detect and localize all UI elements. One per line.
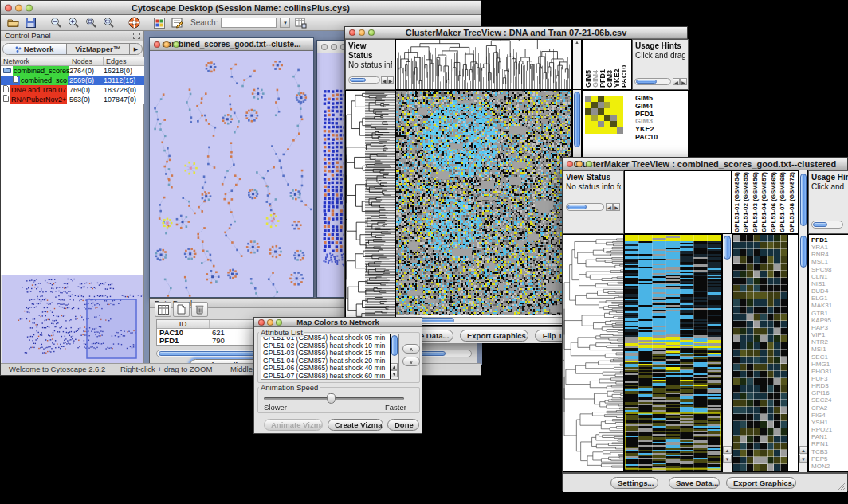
view-status-scrollbar[interactable] <box>348 76 380 84</box>
treeview1-titlebar[interactable]: ClusterMaker TreeView : DNA and Tran 07-… <box>345 27 687 39</box>
network-window1-titlebar[interactable]: combined_scores_good.txt--cluste... <box>150 38 313 51</box>
scroll-right-button[interactable]: ▶ <box>680 78 687 85</box>
scroll-down-button[interactable]: ▼ <box>723 455 732 463</box>
row-dendrogram-pane[interactable] <box>345 90 395 326</box>
gene-label[interactable]: KAP95 <box>811 317 848 324</box>
column-dendrogram-pane[interactable] <box>395 39 572 90</box>
gene-label[interactable]: PEP5 <box>811 455 848 463</box>
tab-network[interactable]: Network <box>3 44 67 54</box>
gene-label[interactable]: BUD4 <box>811 287 848 295</box>
gene-label[interactable]: VIP1 <box>811 331 848 338</box>
new-attribute-button[interactable] <box>173 302 190 317</box>
gene-label[interactable]: PUF3 <box>811 375 848 382</box>
zoom-button[interactable] <box>26 4 33 11</box>
gene-label[interactable]: YSH1 <box>811 419 848 426</box>
animate-vizmap-button[interactable]: Animate Vizmap <box>264 419 323 431</box>
minimize-button[interactable] <box>15 4 22 11</box>
float-panel-icon[interactable] <box>133 33 140 39</box>
save-data-button[interactable]: Save Data... <box>669 477 720 489</box>
gene-label[interactable]: HMG1 <box>811 361 848 368</box>
scroll-left-button[interactable]: ◀ <box>606 203 613 211</box>
done-button[interactable]: Done <box>387 419 419 431</box>
scrollbar-thumb[interactable] <box>724 236 731 260</box>
treeview2-titlebar[interactable]: ClusterMaker TreeView : combined_scores_… <box>563 158 847 170</box>
vizmapper-icon[interactable] <box>152 17 167 29</box>
network-table-row[interactable]: DNA and Tran 07769(0)183728(0) <box>1 85 144 95</box>
zoom-out-button[interactable] <box>49 17 63 29</box>
delete-attribute-trash-button[interactable] <box>191 302 208 317</box>
gene-label[interactable]: TCB3 <box>811 448 848 455</box>
dendrogram-scroll-gutter[interactable]: ▲ <box>572 39 582 90</box>
annotation-icon[interactable] <box>170 17 184 29</box>
gene-label[interactable]: SEC1 <box>811 354 848 361</box>
close-button[interactable] <box>258 319 265 326</box>
move-attribute-up-button[interactable]: ∧ <box>402 344 420 354</box>
network-table-row[interactable]: combined_scores2764(0)16218(0) <box>1 66 144 76</box>
move-attribute-down-button[interactable]: ∨ <box>402 357 420 366</box>
close-button[interactable] <box>349 29 355 36</box>
search-input[interactable] <box>221 18 277 28</box>
gene-label[interactable]: RPN1 <box>811 440 848 447</box>
gene-label[interactable]: PFD1 <box>811 236 848 244</box>
network-table-row[interactable]: RNAPuberNov2+563(0)107847(0) <box>1 95 144 104</box>
animation-speed-slider[interactable] <box>264 397 404 400</box>
help-lifering-icon[interactable] <box>127 17 141 29</box>
scroll-right-button[interactable]: ▶ <box>387 76 394 84</box>
gene-label[interactable]: GPI16 <box>811 389 848 397</box>
search-dropdown-button[interactable]: ▼ <box>280 18 290 28</box>
zoom-fit-button[interactable] <box>101 17 116 29</box>
minimize-button[interactable] <box>576 161 583 167</box>
minimize-button[interactable] <box>331 44 337 50</box>
gene-label[interactable]: PHO81 <box>811 368 848 375</box>
scrollbar-thumb[interactable] <box>800 236 807 268</box>
scrollbar-thumb[interactable] <box>391 335 398 356</box>
scroll-left-button[interactable]: ◀ <box>381 76 387 84</box>
main-window-titlebar[interactable]: Cytoscape Desktop (Session Name: collins… <box>1 1 481 15</box>
scroll-left-button[interactable]: ◀ <box>673 78 680 85</box>
scroll-down-button[interactable]: ▼ <box>799 455 807 463</box>
close-button[interactable] <box>154 41 160 48</box>
zoom-button[interactable] <box>586 161 592 167</box>
scroll-right-button[interactable]: ▶ <box>613 203 620 211</box>
attribute-list-scrollbar[interactable]: ▲ ▼ <box>390 334 398 379</box>
global-vscrollbar[interactable]: ▲ ▼ <box>722 234 732 472</box>
minimize-button[interactable] <box>267 319 273 326</box>
gene-label[interactable]: RNR4 <box>811 251 848 258</box>
scrollbar-thumb[interactable] <box>574 92 580 147</box>
gene-label[interactable]: HAP3 <box>811 324 848 331</box>
tab-overflow-arrow[interactable]: ▶ <box>130 44 142 54</box>
heatmap-hscrollbar[interactable] <box>398 317 570 324</box>
attribute-list[interactable]: GPL51-01 (GSM854) heat shock 05 minGPL51… <box>261 334 399 380</box>
gene-label[interactable]: HRD3 <box>811 382 848 389</box>
row-dendrogram-pane[interactable] <box>563 234 624 472</box>
gene-label[interactable]: YRA1 <box>811 244 848 251</box>
zoom-button[interactable] <box>368 29 375 36</box>
zoom-in-button[interactable] <box>66 17 80 29</box>
heatmap-pane[interactable] <box>395 90 572 326</box>
network-table-row[interactable]: combined_sco2569(6)13112(15) <box>1 76 144 85</box>
scroll-down-button[interactable]: ▼ <box>391 370 398 377</box>
gene-label[interactable]: MSI1 <box>811 346 848 353</box>
tab-vizmapper[interactable]: VizMapper™ <box>67 44 131 54</box>
bird-eye-view-canvas[interactable] <box>2 275 143 363</box>
similarity-matrix[interactable] <box>585 96 623 134</box>
minimize-button[interactable] <box>163 41 170 48</box>
zoom-selected-button[interactable] <box>84 17 98 29</box>
scroll-up-button[interactable]: ▲ <box>723 446 732 454</box>
resize-grip[interactable] <box>837 482 846 490</box>
network-canvas-clusters[interactable] <box>150 51 313 297</box>
gene-label[interactable]: FIG4 <box>811 412 848 419</box>
attribute-browser-icon[interactable] <box>293 17 308 29</box>
global-heatmap-pane[interactable] <box>624 234 722 472</box>
zoom-button[interactable] <box>276 319 282 326</box>
gene-label[interactable]: RPO21 <box>811 426 848 433</box>
gene-label[interactable]: MON2 <box>811 463 848 470</box>
gene-label[interactable]: MAK31 <box>811 302 848 309</box>
gene-label[interactable]: PAN1 <box>811 433 848 440</box>
column-dendrogram-pane[interactable] <box>624 170 732 234</box>
zoom-heatmap-pane[interactable] <box>732 234 788 472</box>
gene-label[interactable]: GTB1 <box>811 310 848 317</box>
usage-hints-scrollbar[interactable] <box>634 78 671 85</box>
gene-label[interactable]: SPC98 <box>811 266 848 273</box>
export-graphics-button[interactable]: Export Graphics... <box>460 330 528 342</box>
